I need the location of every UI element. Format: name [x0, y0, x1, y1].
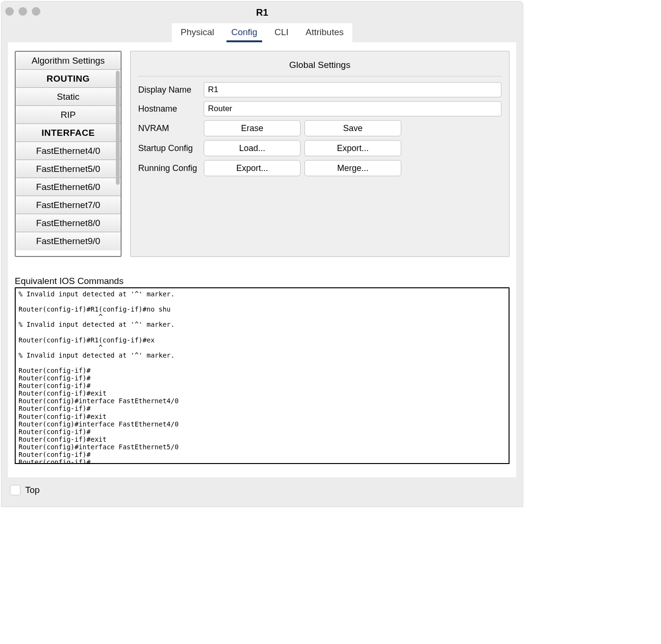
- hostname-input[interactable]: [204, 101, 501, 116]
- sidebar-item-algorithm-settings[interactable]: Algorithm Settings: [16, 52, 121, 70]
- panel-title: Global Settings: [138, 56, 501, 76]
- top-checkbox-label: Top: [25, 485, 40, 495]
- sidebar-item-fe9-0[interactable]: FastEthernet9/0: [16, 232, 121, 250]
- sidebar-item-fe8-0[interactable]: FastEthernet8/0: [16, 214, 121, 232]
- nvram-erase-button[interactable]: Erase: [204, 120, 301, 136]
- sidebar-header-interface: INTERFACE: [16, 124, 121, 142]
- running-merge-button[interactable]: Merge...: [304, 160, 401, 176]
- workarea: Algorithm Settings ROUTING Static RIP IN…: [8, 42, 516, 477]
- startup-config-label: Startup Config: [138, 143, 200, 153]
- display-name-input[interactable]: [204, 82, 501, 97]
- tab-cli[interactable]: CLI: [266, 23, 297, 42]
- sidebar-item-static[interactable]: Static: [16, 88, 121, 106]
- hostname-label: Hostname: [138, 104, 200, 114]
- display-name-label: Display Name: [138, 85, 200, 95]
- window-controls: [5, 7, 40, 16]
- close-icon[interactable]: [5, 7, 14, 16]
- minimize-icon[interactable]: [19, 7, 27, 16]
- footer: Top: [1, 477, 523, 507]
- ios-console[interactable]: % Invalid input detected at '^' marker. …: [15, 287, 510, 464]
- top-checkbox[interactable]: [10, 485, 20, 495]
- config-sidebar: Algorithm Settings ROUTING Static RIP IN…: [15, 51, 122, 257]
- nvram-label: NVRAM: [138, 123, 200, 133]
- tab-physical[interactable]: Physical: [172, 23, 223, 42]
- tab-config[interactable]: Config: [223, 23, 266, 42]
- sidebar-item-fe7-0[interactable]: FastEthernet7/0: [16, 196, 121, 214]
- tab-attributes[interactable]: Attributes: [297, 23, 352, 42]
- startup-load-button[interactable]: Load...: [204, 140, 301, 156]
- global-settings-panel: Global Settings Display Name Hostname NV…: [130, 51, 510, 257]
- running-export-button[interactable]: Export...: [204, 160, 301, 176]
- tab-bar: Physical Config CLI Attributes: [1, 23, 523, 42]
- sidebar-item-rip[interactable]: RIP: [16, 106, 121, 124]
- nvram-save-button[interactable]: Save: [304, 120, 401, 136]
- sidebar-item-fe6-0[interactable]: FastEthernet6/0: [16, 178, 121, 196]
- sidebar-scrollbar[interactable]: [116, 71, 120, 185]
- startup-export-button[interactable]: Export...: [304, 140, 401, 156]
- titlebar: R1: [1, 1, 523, 23]
- device-window: R1 Physical Config CLI Attributes Algori…: [1, 1, 523, 507]
- window-title: R1: [1, 7, 523, 18]
- running-config-label: Running Config: [138, 163, 200, 173]
- zoom-icon[interactable]: [32, 7, 40, 16]
- ios-commands-label: Equivalent IOS Commands: [15, 276, 510, 286]
- sidebar-header-routing: ROUTING: [16, 70, 121, 88]
- sidebar-item-fe5-0[interactable]: FastEthernet5/0: [16, 160, 121, 178]
- sidebar-item-fe4-0[interactable]: FastEthernet4/0: [16, 142, 121, 160]
